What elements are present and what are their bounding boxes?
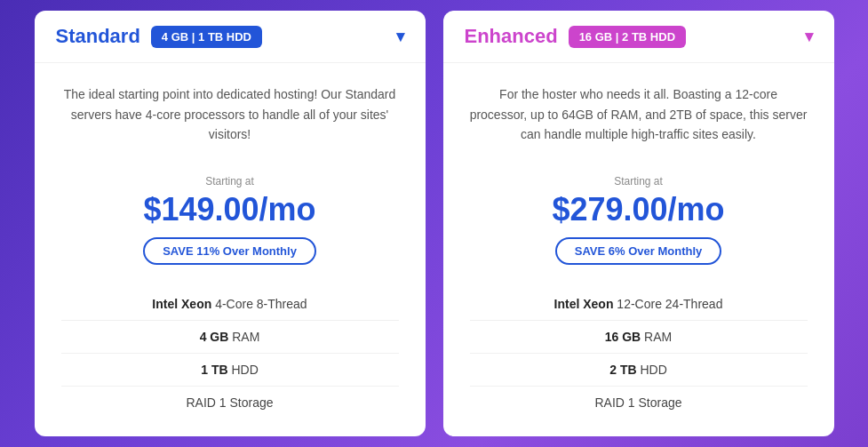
standard-title: Standard	[56, 25, 140, 48]
spec-row: RAID 1 Storage	[61, 387, 399, 419]
enhanced-pricing: Starting at$279.00/moSAVE 6% Over Monthl…	[443, 166, 834, 279]
enhanced-header: Enhanced16 GB | 2 TB HDD▾	[443, 11, 834, 63]
enhanced-price: $279.00/mo	[461, 191, 816, 228]
standard-description: The ideal starting point into dedicated …	[35, 63, 426, 165]
card-enhanced: Enhanced16 GB | 2 TB HDD▾For the hoster …	[443, 11, 834, 435]
spec-row: RAID 1 Storage	[470, 387, 808, 419]
spec-row: 1 TB HDD	[61, 354, 399, 387]
standard-chevron-icon[interactable]: ▾	[396, 27, 404, 46]
spec-row: Intel Xeon 12-Core 24-Thread	[470, 288, 808, 321]
cards-container: Standard4 GB | 1 TB HDD▾The ideal starti…	[17, 0, 852, 447]
standard-specs-list: Intel Xeon 4-Core 8-Thread4 GB RAM1 TB H…	[35, 279, 426, 419]
spec-row: 2 TB HDD	[470, 354, 808, 387]
standard-starting-at: Starting at	[52, 175, 408, 188]
card-standard: Standard4 GB | 1 TB HDD▾The ideal starti…	[35, 11, 426, 435]
enhanced-description: For the hoster who needs it all. Boastin…	[443, 63, 834, 165]
enhanced-badge: 16 GB | 2 TB HDD	[569, 26, 686, 48]
enhanced-chevron-icon[interactable]: ▾	[805, 27, 813, 46]
enhanced-specs-list: Intel Xeon 12-Core 24-Thread16 GB RAM2 T…	[443, 279, 834, 419]
standard-price: $149.00/mo	[52, 191, 408, 228]
enhanced-save-badge[interactable]: SAVE 6% Over Monthly	[555, 237, 722, 265]
spec-row: Intel Xeon 4-Core 8-Thread	[61, 288, 399, 321]
enhanced-title: Enhanced	[465, 25, 558, 48]
spec-row: 4 GB RAM	[61, 321, 399, 354]
enhanced-starting-at: Starting at	[461, 175, 816, 188]
standard-title-area: Standard4 GB | 1 TB HDD	[56, 25, 263, 48]
standard-header: Standard4 GB | 1 TB HDD▾	[35, 11, 426, 63]
enhanced-title-area: Enhanced16 GB | 2 TB HDD	[465, 25, 687, 48]
standard-badge: 4 GB | 1 TB HDD	[151, 26, 262, 48]
spec-row: 16 GB RAM	[470, 321, 808, 354]
standard-save-badge[interactable]: SAVE 11% Over Monthly	[143, 237, 316, 265]
standard-pricing: Starting at$149.00/moSAVE 11% Over Month…	[35, 166, 426, 279]
